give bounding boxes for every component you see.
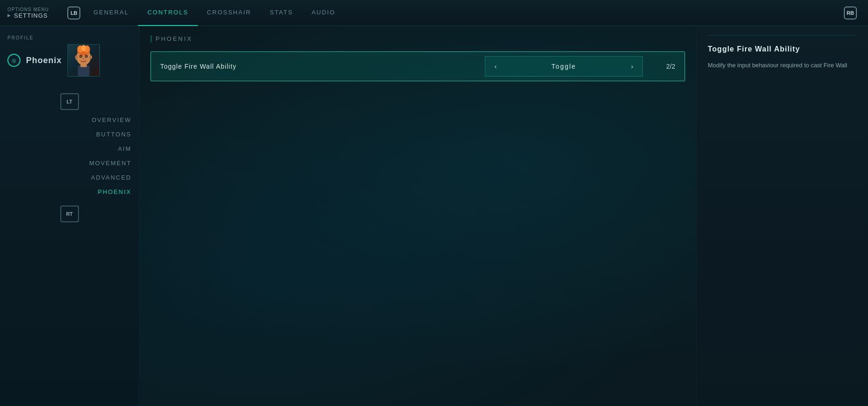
svg-point-8 xyxy=(80,56,82,57)
setting-label: Toggle Fire Wall Ability xyxy=(160,63,485,70)
section-title: PHOENIX xyxy=(150,35,685,42)
header: OPTIONS MENU SETTINGS LB GENERAL CONTROL… xyxy=(0,0,868,26)
lb-badge[interactable]: LB xyxy=(67,6,80,19)
sidebar-item-movement[interactable]: MOVEMENT xyxy=(7,157,131,169)
nav-menu: OVERVIEW BUTTONS AIM MOVEMENT ADVANCED P… xyxy=(7,114,131,198)
tab-general[interactable]: GENERAL xyxy=(84,0,138,26)
svg-point-5 xyxy=(81,45,86,52)
rt-badge[interactable]: RT xyxy=(60,206,79,222)
svg-point-10 xyxy=(83,58,85,59)
info-panel: Toggle Fire Wall Ability Modify the inpu… xyxy=(696,26,868,406)
rb-badge[interactable]: RB xyxy=(844,6,857,19)
tab-crosshair[interactable]: CROSSHAIR xyxy=(198,0,261,26)
sidebar: PROFILE ◎ Phoenix xyxy=(0,26,139,406)
content-area: PHOENIX Toggle Fire Wall Ability ‹ Toggl… xyxy=(139,26,696,406)
profile-section: PROFILE ◎ Phoenix xyxy=(7,35,131,77)
sidebar-item-aim[interactable]: AIM xyxy=(7,142,131,155)
sidebar-item-buttons[interactable]: BUTTONS xyxy=(7,128,131,141)
avatar xyxy=(67,44,100,77)
info-description: Modify the input behaviour required to c… xyxy=(708,61,857,71)
tab-controls[interactable]: CONTROLS xyxy=(138,0,197,26)
info-title: Toggle Fire Wall Ability xyxy=(708,45,857,53)
tab-stats[interactable]: STATS xyxy=(261,0,302,26)
tab-audio[interactable]: AUDIO xyxy=(302,0,345,26)
profile-name: Phoenix xyxy=(26,56,62,65)
setting-counter: 2/2 xyxy=(652,63,675,70)
profile-icon: ◎ xyxy=(7,54,20,67)
control-left-arrow[interactable]: ‹ xyxy=(485,56,506,77)
lt-badge[interactable]: LT xyxy=(60,93,79,110)
sidebar-item-phoenix[interactable]: PHOENIX xyxy=(7,186,131,198)
main-layout: PROFILE ◎ Phoenix xyxy=(0,26,868,406)
sidebar-item-advanced[interactable]: ADVANCED xyxy=(7,171,131,184)
options-menu-label: OPTIONS MENU xyxy=(7,7,49,12)
control-right-arrow[interactable]: › xyxy=(622,56,642,77)
settings-label: SETTINGS xyxy=(7,12,49,19)
setting-control: ‹ Toggle › xyxy=(485,56,643,77)
profile-label: PROFILE xyxy=(7,35,34,40)
sidebar-item-overview[interactable]: OVERVIEW xyxy=(7,114,131,126)
control-value: Toggle xyxy=(506,63,622,70)
svg-point-12 xyxy=(90,55,92,59)
svg-point-9 xyxy=(85,56,87,57)
info-panel-divider xyxy=(708,35,857,36)
svg-point-11 xyxy=(75,55,78,59)
content-inner: PHOENIX Toggle Fire Wall Ability ‹ Toggl… xyxy=(139,26,696,90)
setting-row: Toggle Fire Wall Ability ‹ Toggle › 2/2 xyxy=(150,52,685,81)
svg-rect-15 xyxy=(80,64,87,67)
header-left: OPTIONS MENU SETTINGS xyxy=(7,7,49,19)
profile-row: ◎ Phoenix xyxy=(7,44,131,77)
nav-tabs: GENERAL CONTROLS CROSSHAIR STATS AUDIO xyxy=(84,0,840,26)
svg-point-13 xyxy=(76,59,77,60)
